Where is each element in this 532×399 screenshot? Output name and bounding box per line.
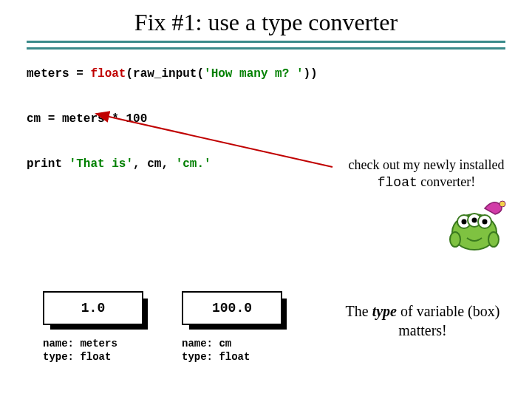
annotation-line1: check out my newly installed [349,157,505,172]
annotation-float: float [378,175,417,190]
code-line1-mid: (raw_input( [126,67,204,81]
annotation-rest: converter! [417,174,475,189]
slide-title: Fix #1: use a type converter [0,9,532,36]
svg-point-5 [462,219,467,225]
svg-point-9 [450,232,460,247]
svg-point-10 [488,232,499,247]
code-line3-str2: 'cm.' [176,157,211,171]
footer-em: type [372,303,397,319]
box-value: 100.0 [182,291,282,325]
box-name-label: name: meters [43,338,117,349]
box-type-label: type: float [43,351,111,363]
footer-pre: The [346,303,372,319]
title-underline [27,41,505,50]
box-label-meters: name: meters type: float [43,337,146,364]
variable-boxes: 1.0 name: meters type: float 100.0 name:… [43,291,285,364]
box-meters: 1.0 name: meters type: float [43,291,146,364]
box-cm: 100.0 name: cm type: float [182,291,285,364]
footer-post: of variable (box) matters! [397,303,499,338]
svg-point-8 [499,201,505,207]
box-name-label: name: cm [182,338,231,349]
code-line3-mid: , cm, [133,157,176,171]
code-line3-str1: 'That is' [69,157,133,171]
annotation-text: check out my newly installed float conve… [341,157,511,191]
svg-point-6 [472,218,477,223]
code-line1-pre: meters = [27,67,90,81]
box-type-label: type: float [182,351,250,363]
code-line1-post: )) [303,67,317,81]
float-keyword: float [90,67,126,81]
box-value: 1.0 [43,291,143,325]
slide: Fix #1: use a type converter meters = fl… [0,9,532,399]
mascot-image [442,195,507,253]
svg-point-7 [482,219,488,225]
code-line2: cm = meters * 100 [27,112,147,126]
box-label-cm: name: cm type: float [182,337,285,364]
code-line1-str: 'How many m? ' [204,67,303,81]
footer-note: The type of variable (box) matters! [341,301,504,340]
code-line3-pre: print [27,157,69,171]
